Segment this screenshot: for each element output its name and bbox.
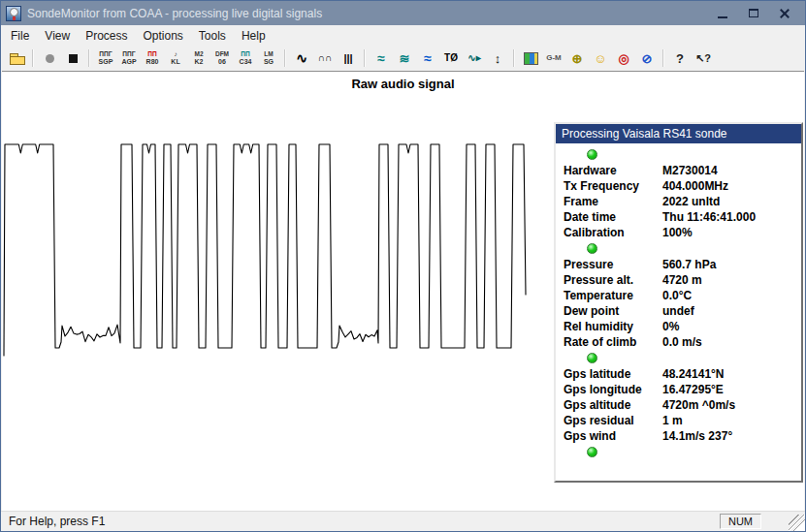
help-button[interactable]: ?: [668, 47, 692, 70]
telemetry-row: Temperature0.0°C: [564, 288, 797, 303]
toolbar-separator: [88, 49, 90, 67]
titlebar: SondeMonitor from COAA - processing live…: [1, 1, 805, 25]
telemetry-label: Dew point: [564, 304, 662, 318]
client-area: Raw audio signal Processing Vaisala RS41…: [2, 71, 804, 512]
wave-overlay-button[interactable]: ≈: [370, 47, 393, 70]
status-led-row: [564, 146, 797, 163]
telemetry-value: 4720m ^0m/s: [662, 398, 735, 412]
telemetry-label: Gps altitude: [564, 398, 662, 412]
telemetry-value: 1 m: [662, 414, 683, 427]
resize-grip[interactable]: [789, 515, 805, 531]
telemetry-label: Gps wind: [564, 429, 662, 443]
telemetry-label: Tx Frequency: [564, 179, 662, 193]
telemetry-row: Rate of climb0.0 m/s: [564, 334, 797, 350]
smiley-icon: ☺: [594, 52, 606, 65]
telemetry-label: Frame: [564, 195, 662, 208]
target-button[interactable]: ◎: [612, 47, 635, 70]
close-icon: [779, 8, 790, 19]
sonde-r80-button[interactable]: ΠΠR80: [141, 47, 164, 70]
close-button[interactable]: [772, 4, 797, 23]
sonde-kl-button-label: KL: [171, 58, 179, 65]
view-raw-audio-button[interactable]: ∿: [290, 47, 313, 70]
toolbar: ΠΠΓSGPΠΠΓAGPΠΠR80♪KLM2K2DFM06ΠΠC34LMSG∿∩…: [1, 46, 805, 71]
sonde-sgp-button-label: SGP: [99, 58, 113, 65]
telemetry-value: 48.24141°N: [662, 367, 725, 381]
help-icon: ?: [676, 52, 684, 65]
panel-body: HardwareM2730014Tx Frequency404.000MHzFr…: [556, 143, 801, 460]
telemetry-label: Calibration: [564, 226, 662, 239]
toolbar-separator: [284, 49, 286, 67]
vertical-bars-icon: |||: [343, 53, 352, 64]
sonde-lmsg-button[interactable]: LMSG: [257, 47, 280, 70]
telemetry-row: Gps residual1 m: [564, 413, 797, 428]
green-led-icon: [587, 447, 597, 457]
telemetry-value: M2730014: [662, 164, 718, 177]
mark-position-button[interactable]: ⊕: [565, 47, 589, 70]
double-hump-icon: ∩∩: [318, 53, 332, 63]
telemetry-value: Thu 11:46:41.000: [662, 210, 756, 224]
view-bars-button[interactable]: |||: [337, 47, 360, 70]
telemetry-value: 16.47295°E: [662, 383, 724, 396]
sine-wave-icon: ∿: [296, 51, 307, 65]
stop-icon: [65, 51, 81, 66]
green-led-icon: [587, 353, 597, 363]
wave-arrow-icon: ∿▸: [467, 53, 480, 63]
telemetry-label: Gps residual: [564, 414, 662, 427]
sonde-kl-button[interactable]: ♪KL: [164, 47, 187, 70]
view-envelope-button[interactable]: ∩∩: [313, 47, 337, 70]
teal-wave-icon: ≈: [377, 51, 385, 65]
telemetry-value: 2022 unltd: [662, 195, 720, 208]
telemetry-label: Rel humidity: [564, 320, 662, 333]
menu-tools[interactable]: Tools: [191, 27, 234, 45]
toolbar-separator: [364, 49, 366, 67]
sonde-dfm06-button-label: 06: [218, 58, 226, 65]
telemetry-label: Gps latitude: [564, 367, 662, 381]
open-folder-icon: [9, 51, 25, 66]
telemetry-row: Calibration100%: [564, 225, 797, 240]
context-help-button[interactable]: ↖?: [692, 47, 715, 70]
window-title: SondeMonitor from COAA - processing live…: [27, 7, 704, 20]
block-button[interactable]: ⊘: [635, 47, 659, 70]
telemetry-value: 0.0 m/s: [662, 335, 702, 349]
stop-button[interactable]: [61, 47, 84, 70]
sonde-sgp-button[interactable]: ΠΠΓSGP: [94, 47, 117, 70]
sonde-dfm06-button[interactable]: DFM06: [210, 47, 234, 70]
menu-options[interactable]: Options: [136, 27, 191, 45]
telemetry-label: Hardware: [564, 164, 662, 177]
menu-file[interactable]: File: [3, 27, 37, 45]
telemetry-value: 0%: [662, 320, 679, 333]
menu-help[interactable]: Help: [234, 27, 274, 45]
slashed-circle-icon: ⊘: [642, 52, 653, 65]
maximize-button[interactable]: [741, 4, 766, 23]
num-lock-indicator: NUM: [720, 514, 761, 529]
app-icon: [6, 6, 21, 21]
sonde-c34-button[interactable]: ΠΠC34: [234, 47, 257, 70]
map-button[interactable]: [519, 47, 542, 70]
record-button[interactable]: [38, 47, 61, 70]
green-led-icon: [587, 149, 597, 160]
menu-process[interactable]: Process: [78, 27, 135, 45]
updown-button[interactable]: ↕: [486, 47, 509, 70]
telemetry-value: 4720 m: [662, 273, 702, 287]
wave-trigger-button[interactable]: ∿▸: [463, 47, 486, 70]
waveform-path: [4, 144, 526, 356]
record-icon: [42, 51, 58, 66]
minimize-button[interactable]: [710, 4, 735, 23]
sonde-m2k2-button[interactable]: M2K2: [187, 47, 210, 70]
status-led-row: [564, 240, 797, 257]
telemetry-value: 0.0°C: [662, 289, 692, 302]
t-zero-icon: TØ: [444, 53, 458, 63]
wave-filter-button[interactable]: ≋: [393, 47, 416, 70]
telemetry-row: Pressure560.7 hPa: [564, 257, 797, 272]
sonde-agp-button[interactable]: ΠΠΓAGP: [117, 47, 141, 70]
sonde-agp-button-label: AGP: [121, 58, 136, 65]
smiley-button[interactable]: ☺: [589, 47, 612, 70]
green-led-icon: [587, 243, 597, 254]
menu-view[interactable]: View: [37, 27, 78, 45]
wave-zoom-button[interactable]: ≈: [416, 47, 439, 70]
open-file-button[interactable]: [5, 47, 28, 70]
gm-button[interactable]: G-M: [542, 47, 565, 70]
toolbar-separator: [662, 49, 664, 67]
telemetry-value: 100%: [662, 226, 693, 239]
t-zero-button[interactable]: TØ: [439, 47, 463, 70]
